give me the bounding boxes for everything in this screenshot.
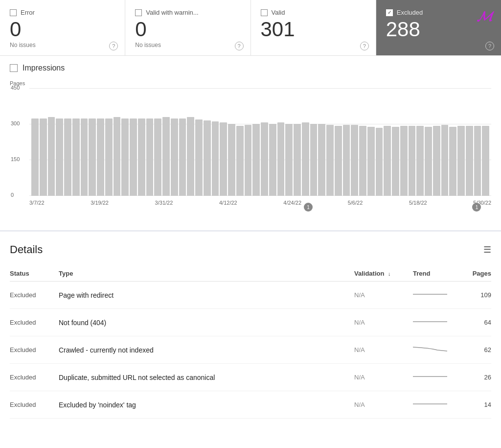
row-pages: 14 <box>462 391 491 419</box>
grid-label-150: 150 <box>11 156 20 162</box>
row-pages: 26 <box>462 364 491 391</box>
row-type: Excluded by 'noindex' tag <box>59 391 354 419</box>
impressions-section: Impressions Pages 450 300 150 0 <box>0 56 501 232</box>
stat-card-valid-warning-header: Valid with warnin... <box>135 9 240 16</box>
chart-bar <box>335 126 342 196</box>
logo-area: 𝓜 <box>477 9 491 25</box>
validation-sort-icon[interactable]: ↓ <box>388 271 391 277</box>
error-help-icon[interactable]: ? <box>109 42 118 50</box>
chart-bar <box>64 118 71 196</box>
chart-bar <box>31 118 39 196</box>
filter-icon[interactable]: ☰ <box>483 244 491 255</box>
row-type: Not found (404) <box>59 309 354 336</box>
chart-bar <box>130 118 137 196</box>
chart-bar <box>392 127 399 196</box>
col-header-trend: Trend <box>413 266 462 282</box>
chart-bar <box>171 118 178 196</box>
row-status: Excluded <box>10 391 59 419</box>
chart-bar <box>367 127 375 196</box>
valid-checkbox[interactable] <box>261 9 268 16</box>
error-checkbox[interactable] <box>10 9 17 16</box>
excluded-value: 288 <box>386 19 491 40</box>
chart-bar <box>162 117 170 196</box>
valid-warning-sub-label: No issues <box>135 42 240 48</box>
chart-bar <box>97 118 104 196</box>
excluded-checkbox[interactable] <box>386 9 393 16</box>
chart-bar <box>269 124 276 196</box>
details-title: Details <box>10 243 43 256</box>
chart-bar <box>252 124 260 196</box>
chart-bar <box>285 124 293 196</box>
chart-x-labels: 3/7/22 3/19/22 3/31/22 4/12/22 4/24/22 5… <box>29 200 491 206</box>
row-type: Duplicate, submitted URL not selected as… <box>59 364 354 391</box>
chart-bar <box>245 125 252 196</box>
chart-bar <box>302 122 309 196</box>
chart-bar <box>72 118 80 196</box>
table-row: ExcludedNot found (404)N/A64 <box>10 309 491 336</box>
chart-bar <box>482 126 489 196</box>
stat-card-excluded[interactable]: Excluded 288 ? <box>376 0 501 55</box>
chart-bar <box>425 127 432 196</box>
chart-bar <box>121 118 129 196</box>
stat-card-valid-warning[interactable]: Valid with warnin... 0 No issues ? <box>125 0 250 55</box>
valid-warning-checkbox[interactable] <box>135 9 142 16</box>
row-trend <box>413 309 462 336</box>
details-table-body: ExcludedPage with redirectN/A109Excluded… <box>10 282 491 419</box>
chart-bar <box>48 117 55 196</box>
chart-bar <box>212 121 219 196</box>
chart-bar <box>457 126 465 196</box>
excluded-help-icon[interactable]: ? <box>485 42 494 50</box>
row-status: Excluded <box>10 336 59 364</box>
stat-card-error[interactable]: Error 0 No issues ? <box>0 0 125 55</box>
impressions-title: Impressions <box>23 64 65 72</box>
stat-card-valid[interactable]: Valid 301 ? <box>251 0 376 55</box>
chart-bar <box>466 126 473 196</box>
row-type: Page with redirect <box>59 282 354 309</box>
valid-warning-help-icon[interactable]: ? <box>235 42 244 50</box>
row-pages: 109 <box>462 282 491 309</box>
chart-bar <box>376 128 383 196</box>
details-header: Details ☰ <box>10 243 491 256</box>
grid-label-0: 0 <box>11 192 14 198</box>
row-status: Excluded <box>10 364 59 391</box>
chart-container: Pages 450 300 150 0 3/7/22 3/ <box>10 80 491 230</box>
stat-card-valid-header: Valid <box>261 9 366 16</box>
table-row: ExcludedExcluded by 'noindex' tagN/A14 <box>10 391 491 419</box>
x-label-5: 4/24/22 <box>283 200 301 206</box>
chart-bar <box>105 118 113 196</box>
chart-bar <box>416 126 424 196</box>
x-label-1: 3/7/22 <box>29 200 45 206</box>
impressions-checkbox[interactable] <box>10 64 18 72</box>
row-validation: N/A <box>354 309 413 336</box>
valid-help-icon[interactable]: ? <box>360 42 369 50</box>
chart-bar <box>409 126 416 196</box>
col-header-validation[interactable]: Validation ↓ <box>354 266 413 282</box>
chart-bar <box>277 122 285 196</box>
chart-bar <box>474 126 481 196</box>
row-validation: N/A <box>354 336 413 364</box>
chart-bar <box>318 124 325 196</box>
col-header-pages: Pages <box>462 266 491 282</box>
row-pages: 62 <box>462 336 491 364</box>
row-validation: N/A <box>354 391 413 419</box>
row-validation: N/A <box>354 364 413 391</box>
col-header-status: Status <box>10 266 59 282</box>
chart-bar <box>138 118 145 196</box>
x-label-7: 5/18/22 <box>409 200 427 206</box>
chart-bar <box>228 124 235 196</box>
row-pages: 64 <box>462 309 491 336</box>
valid-warning-label: Valid with warnin... <box>146 9 198 16</box>
chart-bar <box>220 122 227 196</box>
valid-warning-value: 0 <box>135 19 240 40</box>
table-row: ExcludedDuplicate, submitted URL not sel… <box>10 364 491 391</box>
grid-label-300: 300 <box>11 120 20 126</box>
row-status: Excluded <box>10 282 59 309</box>
x-label-4: 4/12/22 <box>219 200 237 206</box>
app-logo: 𝓜 <box>477 9 491 24</box>
row-trend <box>413 364 462 391</box>
impressions-header: Impressions <box>10 64 491 72</box>
valid-label: Valid <box>272 9 285 16</box>
chart-bar <box>359 126 366 196</box>
stat-card-excluded-header: Excluded <box>386 9 491 16</box>
chart-bar <box>154 118 161 196</box>
